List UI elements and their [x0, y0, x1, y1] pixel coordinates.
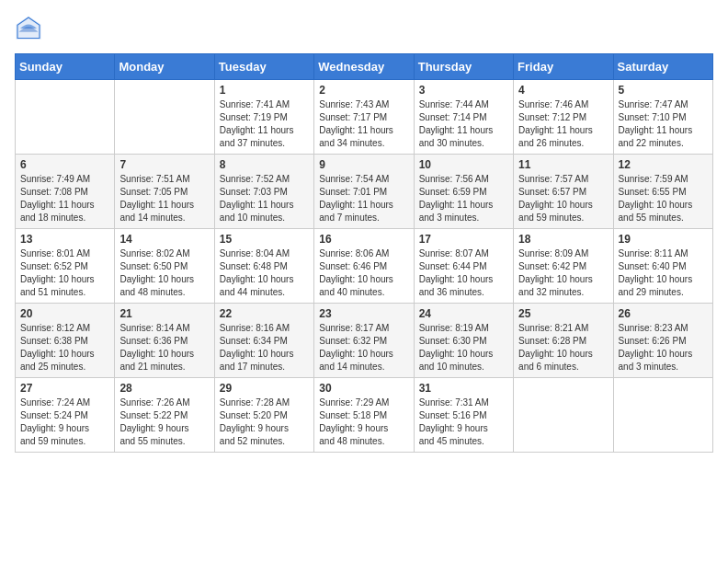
calendar-cell: 9Sunrise: 7:54 AM Sunset: 7:01 PM Daylig…	[314, 155, 414, 229]
day-info: Sunrise: 8:12 AM Sunset: 6:38 PM Dayligh…	[20, 322, 109, 373]
calendar-week-row: 13Sunrise: 8:01 AM Sunset: 6:52 PM Dayli…	[16, 229, 713, 304]
day-number: 28	[119, 382, 209, 395]
calendar-cell: 19Sunrise: 8:11 AM Sunset: 6:40 PM Dayli…	[613, 229, 712, 304]
day-number: 6	[20, 158, 109, 171]
day-info: Sunrise: 8:07 AM Sunset: 6:44 PM Dayligh…	[419, 247, 508, 299]
calendar-cell: 14Sunrise: 8:02 AM Sunset: 6:50 PM Dayli…	[115, 229, 214, 304]
calendar-cell: 31Sunrise: 7:31 AM Sunset: 5:16 PM Dayli…	[414, 378, 513, 453]
day-info: Sunrise: 7:26 AM Sunset: 5:22 PM Dayligh…	[119, 396, 209, 448]
logo-icon	[15, 15, 42, 42]
day-number: 15	[220, 233, 309, 246]
day-number: 19	[619, 233, 708, 246]
day-info: Sunrise: 7:31 AM Sunset: 5:16 PM Dayligh…	[419, 396, 508, 448]
calendar-cell	[613, 378, 712, 453]
calendar-cell: 21Sunrise: 8:14 AM Sunset: 6:36 PM Dayli…	[115, 304, 214, 378]
day-info: Sunrise: 7:47 AM Sunset: 7:10 PM Dayligh…	[619, 98, 708, 150]
calendar-cell: 24Sunrise: 8:19 AM Sunset: 6:30 PM Dayli…	[414, 304, 513, 378]
day-number: 5	[619, 84, 708, 97]
calendar-cell: 17Sunrise: 8:07 AM Sunset: 6:44 PM Dayli…	[414, 229, 513, 304]
calendar-table: SundayMondayTuesdayWednesdayThursdayFrid…	[15, 53, 713, 453]
day-number: 1	[220, 84, 309, 97]
calendar-cell: 26Sunrise: 8:23 AM Sunset: 6:26 PM Dayli…	[613, 304, 712, 378]
calendar-cell	[514, 378, 613, 453]
day-number: 20	[20, 307, 109, 320]
day-number: 8	[220, 158, 309, 171]
calendar-cell: 25Sunrise: 8:21 AM Sunset: 6:28 PM Dayli…	[514, 304, 613, 378]
day-number: 22	[220, 307, 309, 320]
calendar-cell: 6Sunrise: 7:49 AM Sunset: 7:08 PM Daylig…	[16, 155, 115, 229]
day-number: 29	[220, 382, 309, 395]
day-number: 4	[518, 84, 608, 97]
day-number: 25	[518, 307, 608, 320]
day-info: Sunrise: 8:06 AM Sunset: 6:46 PM Dayligh…	[319, 247, 408, 299]
day-info: Sunrise: 7:49 AM Sunset: 7:08 PM Dayligh…	[20, 173, 109, 224]
day-info: Sunrise: 7:44 AM Sunset: 7:14 PM Dayligh…	[419, 98, 508, 150]
day-number: 14	[119, 233, 209, 246]
day-info: Sunrise: 8:19 AM Sunset: 6:30 PM Dayligh…	[419, 322, 508, 373]
calendar-cell: 28Sunrise: 7:26 AM Sunset: 5:22 PM Dayli…	[115, 378, 214, 453]
day-number: 9	[319, 158, 408, 171]
day-number: 18	[518, 233, 608, 246]
day-info: Sunrise: 7:24 AM Sunset: 5:24 PM Dayligh…	[20, 396, 109, 448]
day-number: 12	[619, 158, 708, 171]
day-number: 11	[518, 158, 608, 171]
day-info: Sunrise: 8:23 AM Sunset: 6:26 PM Dayligh…	[619, 322, 708, 373]
calendar-cell	[115, 80, 214, 155]
calendar-cell: 2Sunrise: 7:43 AM Sunset: 7:17 PM Daylig…	[314, 80, 414, 155]
day-info: Sunrise: 7:54 AM Sunset: 7:01 PM Dayligh…	[319, 173, 408, 224]
calendar-cell: 30Sunrise: 7:29 AM Sunset: 5:18 PM Dayli…	[314, 378, 414, 453]
day-info: Sunrise: 8:17 AM Sunset: 6:32 PM Dayligh…	[319, 322, 408, 373]
calendar-cell: 15Sunrise: 8:04 AM Sunset: 6:48 PM Dayli…	[214, 229, 313, 304]
day-number: 2	[319, 84, 408, 97]
calendar-week-row: 27Sunrise: 7:24 AM Sunset: 5:24 PM Dayli…	[16, 378, 713, 453]
calendar-cell: 23Sunrise: 8:17 AM Sunset: 6:32 PM Dayli…	[314, 304, 414, 378]
calendar-week-row: 6Sunrise: 7:49 AM Sunset: 7:08 PM Daylig…	[16, 155, 713, 229]
calendar-cell: 22Sunrise: 8:16 AM Sunset: 6:34 PM Dayli…	[214, 304, 313, 378]
day-number: 13	[20, 233, 109, 246]
day-info: Sunrise: 7:57 AM Sunset: 6:57 PM Dayligh…	[518, 173, 608, 224]
calendar-cell: 8Sunrise: 7:52 AM Sunset: 7:03 PM Daylig…	[214, 155, 313, 229]
calendar-cell: 11Sunrise: 7:57 AM Sunset: 6:57 PM Dayli…	[514, 155, 613, 229]
calendar-cell: 13Sunrise: 8:01 AM Sunset: 6:52 PM Dayli…	[16, 229, 115, 304]
calendar-cell: 12Sunrise: 7:59 AM Sunset: 6:55 PM Dayli…	[613, 155, 712, 229]
column-header-sunday: Sunday	[16, 54, 115, 80]
calendar-week-row: 20Sunrise: 8:12 AM Sunset: 6:38 PM Dayli…	[16, 304, 713, 378]
column-header-tuesday: Tuesday	[214, 54, 313, 80]
day-number: 24	[419, 307, 508, 320]
calendar-cell: 3Sunrise: 7:44 AM Sunset: 7:14 PM Daylig…	[414, 80, 513, 155]
calendar-header-row: SundayMondayTuesdayWednesdayThursdayFrid…	[16, 54, 713, 80]
day-number: 7	[119, 158, 209, 171]
day-number: 23	[319, 307, 408, 320]
day-info: Sunrise: 7:52 AM Sunset: 7:03 PM Dayligh…	[220, 173, 309, 224]
day-info: Sunrise: 7:56 AM Sunset: 6:59 PM Dayligh…	[419, 173, 508, 224]
calendar-cell: 27Sunrise: 7:24 AM Sunset: 5:24 PM Dayli…	[16, 378, 115, 453]
calendar-week-row: 1Sunrise: 7:41 AM Sunset: 7:19 PM Daylig…	[16, 80, 713, 155]
day-info: Sunrise: 8:09 AM Sunset: 6:42 PM Dayligh…	[518, 247, 608, 299]
column-header-wednesday: Wednesday	[314, 54, 414, 80]
day-info: Sunrise: 8:21 AM Sunset: 6:28 PM Dayligh…	[518, 322, 608, 373]
calendar-cell: 16Sunrise: 8:06 AM Sunset: 6:46 PM Dayli…	[314, 229, 414, 304]
day-number: 26	[619, 307, 708, 320]
calendar-cell: 10Sunrise: 7:56 AM Sunset: 6:59 PM Dayli…	[414, 155, 513, 229]
day-info: Sunrise: 7:46 AM Sunset: 7:12 PM Dayligh…	[518, 98, 608, 150]
day-number: 21	[119, 307, 209, 320]
calendar-cell: 18Sunrise: 8:09 AM Sunset: 6:42 PM Dayli…	[514, 229, 613, 304]
day-info: Sunrise: 8:14 AM Sunset: 6:36 PM Dayligh…	[119, 322, 209, 373]
day-number: 10	[419, 158, 508, 171]
column-header-saturday: Saturday	[613, 54, 712, 80]
calendar-cell: 20Sunrise: 8:12 AM Sunset: 6:38 PM Dayli…	[16, 304, 115, 378]
day-info: Sunrise: 7:41 AM Sunset: 7:19 PM Dayligh…	[220, 98, 309, 150]
page-header	[15, 15, 713, 42]
day-info: Sunrise: 8:01 AM Sunset: 6:52 PM Dayligh…	[20, 247, 109, 299]
day-number: 27	[20, 382, 109, 395]
day-info: Sunrise: 8:02 AM Sunset: 6:50 PM Dayligh…	[119, 247, 209, 299]
calendar-cell	[16, 80, 115, 155]
day-info: Sunrise: 7:43 AM Sunset: 7:17 PM Dayligh…	[319, 98, 408, 150]
logo	[15, 15, 46, 42]
day-info: Sunrise: 7:59 AM Sunset: 6:55 PM Dayligh…	[619, 173, 708, 224]
calendar-cell: 7Sunrise: 7:51 AM Sunset: 7:05 PM Daylig…	[115, 155, 214, 229]
day-number: 16	[319, 233, 408, 246]
day-info: Sunrise: 8:16 AM Sunset: 6:34 PM Dayligh…	[220, 322, 309, 373]
column-header-thursday: Thursday	[414, 54, 513, 80]
day-number: 17	[419, 233, 508, 246]
